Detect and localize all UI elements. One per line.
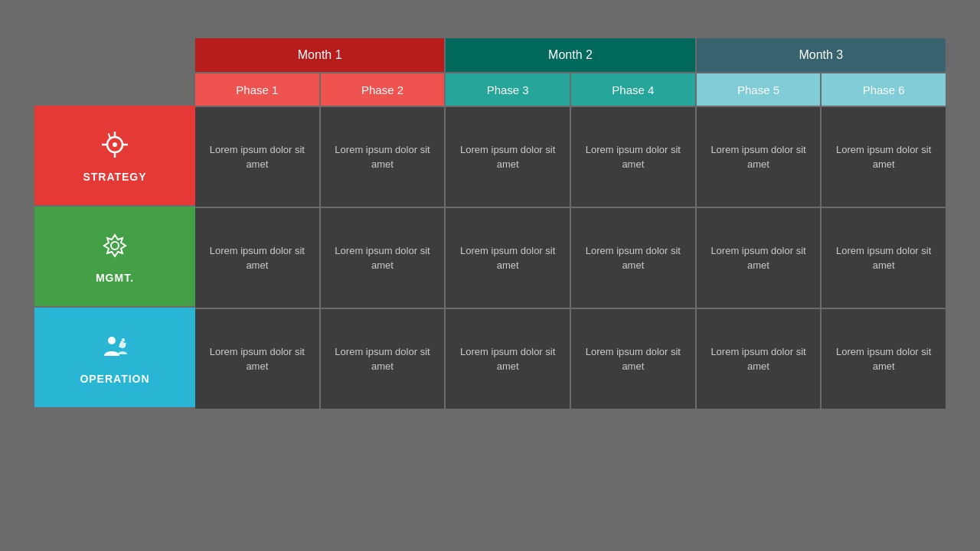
data-cell: Lorem ipsum dolor sit amet bbox=[571, 309, 695, 409]
content-area: Month 1Month 2Month 3 Phase 1Phase 2Phas… bbox=[195, 38, 946, 409]
label-column: STRATEGY MGMT. OPERATION bbox=[34, 38, 195, 409]
page-title bbox=[0, 0, 980, 38]
svg-point-7 bbox=[108, 337, 116, 344]
month-block: Month 3 bbox=[697, 38, 946, 72]
data-cell: Lorem ipsum dolor sit amet bbox=[697, 309, 821, 409]
data-cell: Lorem ipsum dolor sit amet bbox=[822, 309, 946, 409]
data-cell: Lorem ipsum dolor sit amet bbox=[446, 107, 570, 207]
data-cell: Lorem ipsum dolor sit amet bbox=[697, 107, 821, 207]
label-spacer bbox=[34, 38, 195, 106]
mgmt-label: MGMT. bbox=[96, 272, 134, 284]
svg-point-9 bbox=[122, 338, 125, 341]
data-rows: Lorem ipsum dolor sit ametLorem ipsum do… bbox=[195, 107, 946, 409]
data-cell: Lorem ipsum dolor sit amet bbox=[571, 208, 695, 308]
data-row-operation: Lorem ipsum dolor sit ametLorem ipsum do… bbox=[195, 309, 946, 409]
roadmap-container: STRATEGY MGMT. OPERATION Month 1Month 2M… bbox=[34, 38, 946, 409]
svg-point-6 bbox=[111, 242, 119, 249]
strategy-label: STRATEGY bbox=[83, 171, 146, 183]
data-cell: Lorem ipsum dolor sit amet bbox=[822, 208, 946, 308]
data-cell: Lorem ipsum dolor sit amet bbox=[571, 107, 695, 207]
data-cell: Lorem ipsum dolor sit amet bbox=[321, 107, 445, 207]
data-cell: Lorem ipsum dolor sit amet bbox=[822, 107, 946, 207]
month-row: Month 1Month 2Month 3 bbox=[195, 38, 946, 72]
svg-point-1 bbox=[113, 142, 117, 147]
phase-block: Phase 2 bbox=[321, 73, 445, 106]
data-cell: Lorem ipsum dolor sit amet bbox=[321, 309, 445, 409]
month-block: Month 1 bbox=[195, 38, 444, 72]
data-cell: Lorem ipsum dolor sit amet bbox=[195, 208, 319, 308]
phase-row: Phase 1Phase 2Phase 3Phase 4Phase 5Phase… bbox=[195, 73, 946, 106]
data-cell: Lorem ipsum dolor sit amet bbox=[195, 107, 319, 207]
data-cell: Lorem ipsum dolor sit amet bbox=[195, 309, 319, 409]
phase-block: Phase 3 bbox=[446, 73, 570, 106]
mgmt-icon bbox=[98, 229, 132, 267]
operation-label: OPERATION bbox=[80, 373, 149, 385]
data-row-strategy: Lorem ipsum dolor sit ametLorem ipsum do… bbox=[195, 107, 946, 207]
operation-icon bbox=[98, 330, 132, 368]
data-row-mgmt: Lorem ipsum dolor sit ametLorem ipsum do… bbox=[195, 208, 946, 308]
label-cell-mgmt: MGMT. bbox=[34, 207, 195, 306]
data-cell: Lorem ipsum dolor sit amet bbox=[446, 208, 570, 308]
phase-block: Phase 5 bbox=[697, 73, 821, 106]
phase-block: Phase 4 bbox=[571, 73, 695, 106]
strategy-icon bbox=[98, 128, 132, 166]
label-cell-operation: OPERATION bbox=[34, 308, 195, 407]
month-block: Month 2 bbox=[446, 38, 694, 72]
data-cell: Lorem ipsum dolor sit amet bbox=[321, 208, 445, 308]
phase-block: Phase 6 bbox=[822, 73, 946, 106]
phase-block: Phase 1 bbox=[195, 73, 319, 106]
data-cell: Lorem ipsum dolor sit amet bbox=[697, 208, 821, 308]
label-cell-strategy: STRATEGY bbox=[34, 106, 195, 205]
data-cell: Lorem ipsum dolor sit amet bbox=[446, 309, 570, 409]
